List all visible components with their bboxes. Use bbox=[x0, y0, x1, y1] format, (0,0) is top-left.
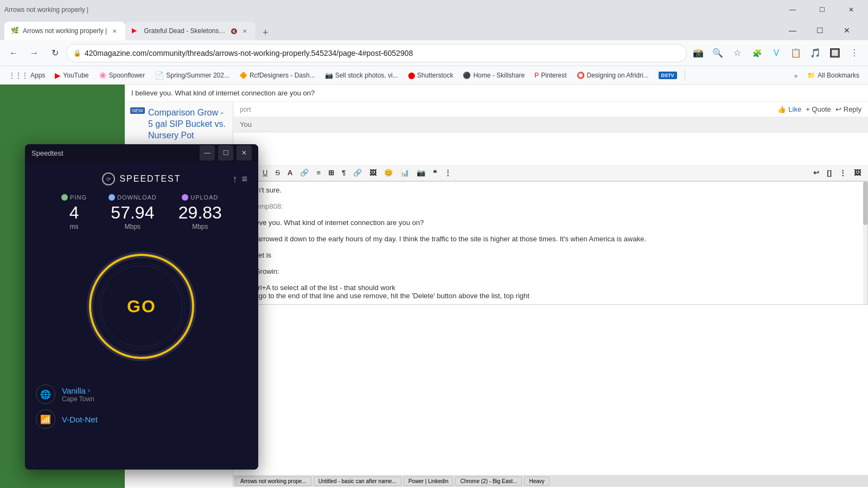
taskbar-item-1[interactable]: Arrows not working prope... bbox=[235, 477, 311, 486]
bookmark-skillshare[interactable]: ⚫ Home - Skillshare bbox=[458, 69, 529, 81]
indent-button[interactable]: ⊞ bbox=[326, 167, 337, 178]
bracket-button[interactable]: [] bbox=[824, 167, 834, 178]
more-bookmarks[interactable]: » bbox=[790, 70, 802, 80]
all-bookmarks-button[interactable]: 📁 All Bookmarks bbox=[803, 69, 864, 81]
download-stat: DOWNLOAD 57.94 Mbps bbox=[108, 194, 157, 230]
settings-button[interactable]: ≡ bbox=[241, 174, 247, 185]
tab-close-youtube[interactable]: ✕ bbox=[240, 27, 249, 35]
extensions-button[interactable]: 🧩 bbox=[748, 44, 766, 62]
bookmark-spring[interactable]: 📄 Spring/Summer 202... bbox=[150, 69, 234, 82]
screenshot-button[interactable]: 📸 bbox=[689, 44, 707, 62]
clipboard-button[interactable]: 📋 bbox=[787, 44, 805, 62]
puzzle-button[interactable]: 🔲 bbox=[826, 44, 844, 62]
table-button[interactable]: 📊 bbox=[398, 167, 412, 178]
taskbar-item-3[interactable]: Power | Linkedin bbox=[404, 477, 454, 486]
thumbs-up-icon: 👍 bbox=[777, 105, 786, 113]
tab-youtube[interactable]: ▶ Grateful Dead - Skeletons F... 🔇 ✕ bbox=[125, 22, 256, 40]
new-badge-1: NEW bbox=[130, 107, 145, 114]
globe-icon: 🌐 bbox=[36, 384, 55, 404]
tab-maximize-button[interactable]: ☐ bbox=[807, 21, 832, 40]
server-location-item[interactable]: 🌐 Vanilla › Cape Town bbox=[36, 384, 247, 404]
link-button[interactable]: 🔗 bbox=[297, 167, 311, 178]
preview-button[interactable]: 🖼 bbox=[851, 167, 864, 178]
emoji-button[interactable]: 😊 bbox=[381, 167, 395, 178]
taskbar-item-4[interactable]: Chrome (2) - Big East... bbox=[455, 477, 522, 486]
menu-button[interactable]: ⋮ bbox=[845, 44, 864, 62]
server-chevron: › bbox=[88, 387, 90, 394]
reply-button[interactable]: ↩ Reply bbox=[835, 105, 861, 113]
bookmark-afridri[interactable]: ⭕ Designing on Afridri... bbox=[572, 69, 653, 81]
tab-favicon-youtube: ▶ bbox=[132, 27, 141, 35]
instruction2: Don't go to the end of that line and use… bbox=[240, 292, 861, 300]
more-chevron[interactable]: » bbox=[790, 70, 802, 82]
report-link[interactable]: port bbox=[240, 106, 251, 113]
share-button[interactable]: ↑ bbox=[232, 174, 237, 185]
mute-icon: 🔇 bbox=[231, 28, 237, 34]
speedtest-logo-text: SPEEDTEST bbox=[119, 174, 181, 184]
network-location-item[interactable]: 📶 V-Dot-Net bbox=[36, 409, 247, 429]
align-button[interactable]: ¶ bbox=[339, 167, 348, 178]
go-button[interactable]: GO bbox=[127, 297, 156, 317]
tab-arrows[interactable]: 🌿 Arrows not working properly | ✕ bbox=[4, 22, 125, 40]
quote-editor-button[interactable]: ❝ bbox=[430, 167, 439, 178]
reload-button[interactable]: ↻ bbox=[46, 44, 64, 62]
music-button[interactable]: 🎵 bbox=[806, 44, 825, 62]
more2-button[interactable]: ⋮ bbox=[837, 167, 849, 178]
strikethrough-button[interactable]: S bbox=[272, 167, 283, 178]
new-tab-button[interactable]: + bbox=[258, 25, 273, 40]
bookmark-dstv[interactable]: DSTV bbox=[654, 69, 681, 81]
list-button[interactable]: ≡ bbox=[314, 167, 323, 178]
editor-toolbar: B I U S A 🔗 ≡ ⊞ ¶ 🔗 🖼 😊 📊 bbox=[233, 165, 868, 181]
more-editor-button[interactable]: ⋮ bbox=[442, 167, 454, 178]
bookmark-apps-label: Apps bbox=[30, 72, 45, 79]
bookmark-pinterest[interactable]: P Pinterest bbox=[530, 69, 571, 81]
you-label-box: You bbox=[233, 117, 868, 132]
bookmark-shutterstock[interactable]: ⬤ Shutterstock bbox=[404, 69, 458, 81]
font-color-button[interactable]: A bbox=[285, 167, 295, 178]
taskbar-item-2[interactable]: Untitled - basic can after name... bbox=[314, 477, 401, 486]
media-button[interactable]: 📷 bbox=[414, 167, 428, 178]
tab-close-all-button[interactable]: ✕ bbox=[834, 21, 859, 40]
bookmark-sell[interactable]: 📷 Sell stock photos, vi... bbox=[321, 69, 403, 81]
quote-button[interactable]: + Quote bbox=[806, 105, 831, 113]
tab-minimize-button[interactable]: — bbox=[780, 21, 805, 40]
close-button[interactable]: ✕ bbox=[839, 0, 864, 20]
address-bar[interactable]: 🔒 420magazine.com/community/threads/arro… bbox=[66, 44, 687, 62]
speedtest-close[interactable]: ✕ bbox=[237, 145, 252, 160]
bookmark-button[interactable]: ☆ bbox=[728, 44, 746, 62]
editor-scrollbar[interactable] bbox=[863, 182, 867, 304]
image-button[interactable]: 🖼 bbox=[367, 167, 379, 178]
bookmark-rcf[interactable]: 🔶 RcfDesigners - Dash... bbox=[235, 69, 320, 81]
bookmark-apps[interactable]: ⋮⋮⋮ Apps bbox=[4, 69, 49, 81]
undo-button[interactable]: ↩ bbox=[810, 167, 822, 178]
tab-close-arrows[interactable]: ✕ bbox=[110, 27, 119, 35]
bookmark-spoonflower[interactable]: 🌸 Spoonflower bbox=[94, 69, 150, 81]
server-name: Vanilla › bbox=[62, 386, 94, 395]
speedtest-window: Speedtest — ☐ ✕ ⟳ SPEEDTEST ↑ ≡ bbox=[25, 144, 258, 470]
forum-main: port 👍 Like + Quote ↩ Reply bbox=[233, 102, 868, 487]
search-button[interactable]: 🔍 bbox=[709, 44, 727, 62]
forward-button[interactable]: → bbox=[25, 44, 43, 62]
back-button[interactable]: ← bbox=[4, 44, 23, 62]
apps-icon: ⋮⋮⋮ bbox=[9, 72, 28, 79]
editor-content[interactable]: I wasn't sure. cbdhemp808: I believe you… bbox=[234, 182, 867, 304]
editor-area[interactable]: I wasn't sure. cbdhemp808: I believe you… bbox=[233, 181, 868, 305]
thread-link-1[interactable]: Comparison Grow - 5 gal SIP Bucket vs. N… bbox=[148, 107, 227, 141]
vimeo-button[interactable]: V bbox=[767, 44, 786, 62]
link2-button[interactable]: 🔗 bbox=[350, 167, 365, 178]
roy-ref: Roy Growin: bbox=[240, 267, 861, 275]
maximize-button[interactable]: ☐ bbox=[809, 0, 834, 20]
thread-item-1[interactable]: NEW Comparison Grow - 5 gal SIP Bucket v… bbox=[130, 107, 227, 141]
taskbar-item-5[interactable]: Heavy bbox=[524, 477, 549, 486]
speedtest-gauge[interactable]: GO bbox=[82, 247, 201, 366]
minimize-button[interactable]: — bbox=[780, 0, 805, 20]
speedtest-maximize[interactable]: ☐ bbox=[218, 145, 233, 160]
underline-button[interactable]: U bbox=[260, 167, 270, 178]
bookmark-separator bbox=[685, 70, 685, 81]
wifi-icon: 📶 bbox=[36, 409, 55, 429]
bookmark-rcf-label: RcfDesigners - Dash... bbox=[250, 72, 315, 79]
bookmark-youtube[interactable]: ▶ YouTube bbox=[50, 69, 93, 82]
like-button[interactable]: 👍 Like bbox=[777, 105, 801, 113]
speedtest-minimize[interactable]: — bbox=[200, 145, 215, 160]
reply-text-line: I wasn't sure. bbox=[240, 186, 861, 194]
